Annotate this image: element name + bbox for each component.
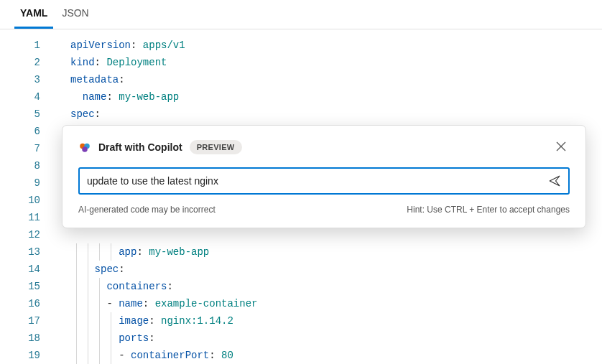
code-line[interactable]: apiVersion: apps/v1 xyxy=(70,37,602,54)
popup-title: Draft with Copilot xyxy=(98,141,182,153)
indent-guide xyxy=(76,243,77,261)
line-number: 8 xyxy=(0,157,56,174)
code-line[interactable]: name: my-web-app xyxy=(70,88,602,106)
indent-guide xyxy=(76,278,77,295)
code-line[interactable]: app: my-web-app xyxy=(70,243,602,261)
code-line[interactable]: ports: xyxy=(70,330,602,347)
code-line[interactable]: image: nginx:1.14.2 xyxy=(70,312,602,330)
svg-point-2 xyxy=(82,146,88,152)
indent-guide xyxy=(76,312,77,330)
indent-guide xyxy=(99,347,100,364)
code-line[interactable]: spec: xyxy=(70,261,602,278)
line-number: 17 xyxy=(0,312,56,330)
line-number-gutter: 12345678910111213141516171819 xyxy=(0,29,56,364)
indent-guide xyxy=(99,243,100,261)
line-number: 11 xyxy=(0,209,56,226)
line-number: 13 xyxy=(0,243,56,261)
indent-guide xyxy=(88,330,88,347)
prompt-input[interactable] xyxy=(87,175,541,187)
line-number: 1 xyxy=(0,37,56,54)
indent-guide xyxy=(88,347,88,364)
indent-guide xyxy=(111,347,111,364)
code-line[interactable]: kind: Deployment xyxy=(70,54,602,71)
preview-badge: PREVIEW xyxy=(190,140,242,154)
line-number: 7 xyxy=(0,140,56,157)
code-line[interactable]: metadata: xyxy=(70,71,602,88)
close-icon[interactable] xyxy=(552,137,570,157)
line-number: 6 xyxy=(0,123,56,140)
indent-guide xyxy=(76,330,77,347)
copilot-draft-popup: Draft with Copilot PREVIEW AI-generated … xyxy=(62,125,586,228)
line-number: 9 xyxy=(0,174,56,192)
ai-disclaimer: AI-generated code may be incorrect xyxy=(78,205,216,215)
line-number: 14 xyxy=(0,261,56,278)
indent-guide xyxy=(88,312,88,330)
tab-json[interactable]: JSON xyxy=(56,0,94,29)
line-number: 10 xyxy=(0,192,56,209)
line-number: 4 xyxy=(0,88,56,106)
line-number: 3 xyxy=(0,71,56,88)
indent-guide xyxy=(111,243,111,261)
indent-guide xyxy=(88,278,88,295)
line-number: 16 xyxy=(0,295,56,312)
copilot-icon xyxy=(78,141,91,154)
tab-yaml[interactable]: YAML xyxy=(14,0,53,29)
code-line[interactable]: - name: example-container xyxy=(70,295,602,312)
line-number: 12 xyxy=(0,226,56,243)
code-line[interactable] xyxy=(70,226,602,243)
prompt-input-container xyxy=(78,167,570,195)
line-number: 15 xyxy=(0,278,56,295)
line-number: 19 xyxy=(0,347,56,364)
indent-guide xyxy=(88,243,88,261)
line-number: 18 xyxy=(0,330,56,347)
indent-guide xyxy=(88,295,88,312)
indent-guide xyxy=(76,295,77,312)
indent-guide xyxy=(111,330,111,347)
indent-guide xyxy=(99,278,100,295)
code-line[interactable]: containers: xyxy=(70,278,602,295)
send-icon[interactable] xyxy=(548,174,561,187)
format-tabs: YAML JSON xyxy=(0,0,602,29)
indent-guide xyxy=(99,330,100,347)
code-line[interactable]: spec: xyxy=(70,106,602,123)
code-line[interactable]: - containerPort: 80 xyxy=(70,347,602,364)
indent-guide xyxy=(111,312,111,330)
accept-hint: Hint: Use CTRL + Enter to accept changes xyxy=(407,205,570,215)
indent-guide xyxy=(99,295,100,312)
indent-guide xyxy=(99,312,100,330)
indent-guide xyxy=(76,347,77,364)
indent-guide xyxy=(76,261,77,278)
line-number: 5 xyxy=(0,106,56,123)
line-number: 2 xyxy=(0,54,56,71)
indent-guide xyxy=(88,261,88,278)
